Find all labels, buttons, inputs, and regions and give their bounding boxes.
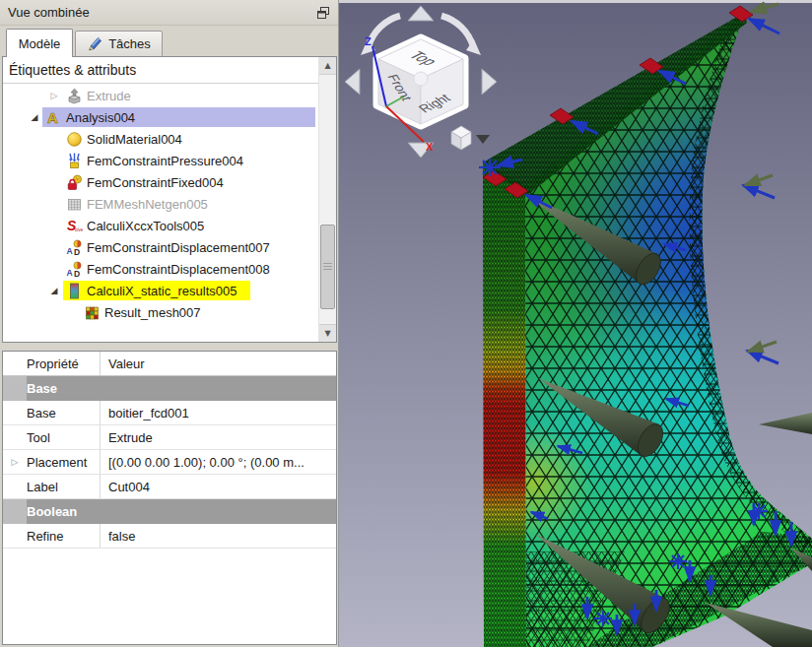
property-section-base[interactable]: Base [3, 376, 336, 401]
tab-tasks-label: Tâches [108, 36, 151, 51]
navcube-corner[interactable] [414, 72, 428, 86]
tree-item-extrude[interactable]: ▷ Extrude [3, 85, 319, 106]
freecad-window: { "window": { "title": "Vue combinée" },… [0, 0, 812, 647]
displacement-icon: AD [66, 261, 83, 278]
property-row-base[interactable]: Base boitier_fcd001 [3, 401, 336, 425]
expander-collapsed-icon[interactable]: ▷ [3, 450, 27, 474]
tree-item-analysis[interactable]: ◢ A Analysis004 [3, 106, 319, 128]
pressure-icon [66, 153, 83, 169]
property-row-placement[interactable]: ▷ Placement [(0.00 0.00 1.00); 0.00 °; (… [3, 450, 336, 475]
svg-text:D: D [74, 269, 80, 278]
tree-item-calculix-results[interactable]: ◢ CalculiX_static_results005 [3, 280, 319, 301]
tree-header[interactable]: Étiquettes & attributs [3, 57, 319, 84]
tree-item-femmesh[interactable]: FEMMeshNetgen005 [3, 193, 319, 215]
fem-mesh-icon [66, 196, 83, 213]
expander-expanded-icon[interactable]: ◢ [48, 280, 60, 301]
tree-item-label: CalculiXccxTools005 [87, 219, 204, 233]
property-row-refine[interactable]: Refine false [3, 524, 336, 549]
property-column-header[interactable]: Propriété [27, 352, 100, 375]
results-icon [66, 283, 83, 299]
tree-item-solidmaterial[interactable]: SolidMaterial004 [3, 128, 319, 150]
scrollbar-grip [323, 263, 332, 271]
tree-item-label: Extrude [87, 89, 131, 103]
panel-title: Vue combinée [8, 5, 316, 20]
tree-item-label: Result_mesh007 [104, 305, 201, 320]
mesh-side-band-wireframe [483, 162, 526, 647]
property-section-boolean[interactable]: Boolean [3, 499, 336, 524]
tab-tasks[interactable]: Tâches [75, 31, 163, 57]
tree-item-label: SolidMaterial004 [87, 132, 182, 147]
tree-item-label: FemConstraintDisplacement007 [87, 240, 270, 255]
tree-item-label: FemConstraintDisplacement008 [87, 262, 270, 277]
svg-text:A: A [47, 109, 58, 126]
combo-view-panel: Vue combinée Modèle Tâches [0, 0, 339, 647]
tree-item-label: FemConstraintPressure004 [87, 154, 243, 168]
tree-item-constraint-displacement-008[interactable]: AD FemConstraintDisplacement008 [3, 258, 319, 280]
solver-icon: Solver [66, 218, 83, 234]
scrollbar-down-icon[interactable]: ▼ [319, 324, 336, 342]
tab-model-label: Modèle [19, 36, 61, 51]
scrollbar-up-icon[interactable]: ▲ [319, 57, 336, 75]
panel-titlebar[interactable]: Vue combinée [0, 0, 338, 26]
extrude-icon [66, 88, 83, 104]
analysis-icon: A [45, 109, 62, 126]
tree-item-constraint-pressure[interactable]: FemConstraintPressure004 [3, 150, 319, 171]
property-editor: Propriété Valeur Base Base boitier_fcd00… [2, 351, 337, 645]
tree-item-constraint-fixed[interactable]: FemConstraintFixed004 [3, 171, 319, 193]
svg-text:A: A [67, 246, 73, 256]
tree-item-label: CalculiX_static_results005 [87, 284, 237, 298]
displacement-icon: AD [66, 239, 83, 256]
tree-item-label: FemConstraintFixed004 [87, 175, 224, 190]
tree-item-result-mesh[interactable]: Result_mesh007 [3, 301, 319, 323]
tree-scrollbar[interactable]: ▲ ▼ [318, 57, 336, 342]
property-header-row: Propriété Valeur [3, 352, 336, 376]
model-tree: Étiquettes & attributs ▷ Extrude ◢ A Ana… [2, 56, 337, 343]
tree-item-label: Analysis004 [66, 110, 135, 125]
x-axis-label: X [426, 141, 434, 153]
value-column-header[interactable]: Valeur [100, 352, 336, 375]
z-axis-label: Z [365, 35, 372, 47]
pencil-icon [87, 34, 103, 54]
tree-body: ▷ Extrude ◢ A Analysis004 SolidMaterial0… [3, 85, 319, 342]
svg-text:D: D [74, 247, 80, 256]
fixed-icon [66, 174, 83, 191]
property-row-tool[interactable]: Tool Extrude [3, 425, 336, 450]
3d-viewport[interactable]: Top Front Right Z X [339, 0, 812, 647]
viewport-top-edge [339, 0, 812, 3]
expander-collapsed-icon[interactable]: ▷ [48, 85, 60, 106]
tree-item-label: FEMMeshNetgen005 [87, 197, 208, 212]
svg-text:A: A [67, 268, 73, 278]
float-window-icon[interactable] [316, 6, 330, 20]
material-icon [66, 131, 83, 148]
scrollbar-thumb[interactable] [320, 225, 335, 309]
svg-text:olver: olver [75, 226, 83, 231]
expander-expanded-icon[interactable]: ◢ [29, 106, 40, 128]
result-mesh-icon [84, 304, 101, 321]
combo-view-tabbar: Modèle Tâches [0, 26, 338, 56]
tree-item-solver[interactable]: Solver CalculiXccxTools005 [3, 215, 319, 236]
property-row-label[interactable]: Label Cut004 [3, 475, 336, 499]
tab-model[interactable]: Modèle [6, 29, 73, 57]
tree-item-constraint-displacement-007[interactable]: AD FemConstraintDisplacement007 [3, 236, 319, 258]
